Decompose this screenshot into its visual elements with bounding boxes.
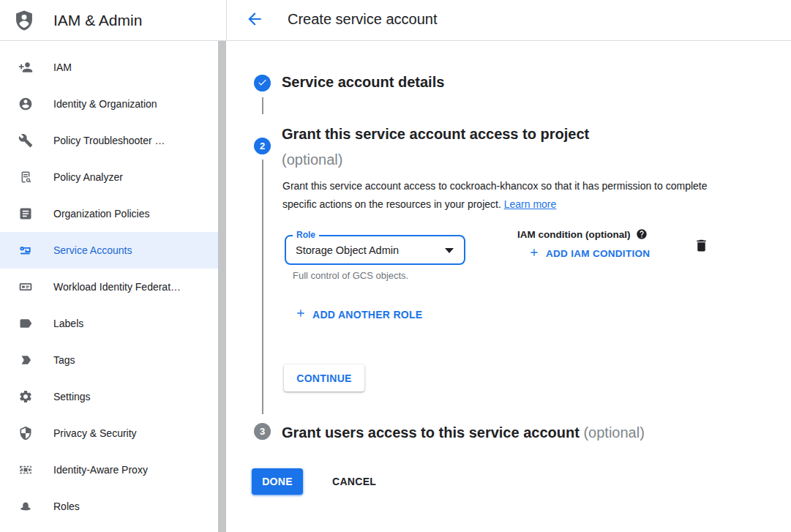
wrench-icon bbox=[18, 133, 33, 148]
step-connector bbox=[262, 97, 263, 114]
tag-arrow-icon bbox=[18, 353, 33, 367]
sidebar-item-service-accounts[interactable]: Service Accounts bbox=[0, 232, 218, 269]
step3-indicator: 3 bbox=[254, 423, 271, 440]
iam-condition-label-text: IAM condition (optional) bbox=[517, 229, 630, 240]
sidebar-item-roles[interactable]: Roles bbox=[0, 488, 218, 525]
sidebar-item-label: Policy Analyzer bbox=[53, 171, 123, 183]
add-iam-condition-button[interactable]: ADD IAM CONDITION bbox=[528, 247, 650, 261]
brand[interactable]: IAM & Admin bbox=[0, 0, 227, 40]
policy-analyzer-icon bbox=[18, 170, 33, 184]
step2-description: Grant this service account access to coc… bbox=[282, 177, 720, 214]
step3-optional-label: (optional) bbox=[583, 424, 644, 441]
sidebar-item-workload-identity-federation[interactable]: Workload Identity Federat… bbox=[0, 269, 218, 305]
trash-icon bbox=[694, 244, 709, 255]
help-icon[interactable] bbox=[636, 228, 648, 240]
step1-heading: Service account details bbox=[282, 74, 444, 91]
sidebar: IAM Identity & Organization Policy Troub… bbox=[0, 41, 218, 532]
service-account-key-icon bbox=[18, 243, 33, 258]
step2-optional-label: (optional) bbox=[282, 151, 342, 168]
iam-admin-app: IAM & Admin Create service account IAM I… bbox=[0, 0, 791, 532]
sidebar-item-label: IAM bbox=[53, 61, 72, 73]
account-circle-icon bbox=[18, 97, 33, 111]
cancel-button[interactable]: CANCEL bbox=[318, 468, 391, 495]
learn-more-link[interactable]: Learn more bbox=[504, 198, 557, 210]
sidebar-item-label: Labels bbox=[53, 318, 83, 329]
create-service-account-form: Service account details 2 Grant this ser… bbox=[227, 41, 791, 532]
continue-button[interactable]: CONTINUE bbox=[284, 364, 364, 391]
shield-half-icon bbox=[18, 426, 33, 441]
gear-icon bbox=[18, 389, 33, 404]
id-card-icon bbox=[18, 280, 33, 294]
delete-role-button[interactable] bbox=[692, 238, 710, 255]
role-select[interactable]: Role Storage Object Admin bbox=[285, 235, 465, 265]
role-field-label: Role bbox=[293, 230, 319, 240]
step2-description-text: Grant this service account access to coc… bbox=[282, 180, 708, 210]
sidebar-item-settings[interactable]: Settings bbox=[0, 378, 218, 415]
sidebar-item-organization-policies[interactable]: Organization Policies bbox=[0, 195, 218, 232]
sidebar-item-identity-organization[interactable]: Identity & Organization bbox=[0, 86, 218, 122]
sidebar-scrollbar[interactable] bbox=[218, 41, 226, 532]
iam-condition-label: IAM condition (optional) bbox=[517, 228, 648, 240]
sidebar-item-label: Workload Identity Federat… bbox=[53, 281, 181, 293]
step2-heading-text: Grant this service account access to pro… bbox=[282, 126, 589, 142]
sidebar-item-labels[interactable]: Labels bbox=[0, 305, 218, 342]
article-icon bbox=[18, 206, 33, 221]
sidebar-item-identity-aware-proxy[interactable]: Identity-Aware Proxy bbox=[0, 452, 218, 488]
step3-heading-text: Grant users access to this service accou… bbox=[282, 424, 580, 441]
app-header: IAM & Admin Create service account bbox=[0, 0, 791, 41]
sidebar-item-policy-troubleshooter[interactable]: Policy Troubleshooter … bbox=[0, 122, 218, 159]
step2-indicator: 2 bbox=[254, 138, 271, 154]
sidebar-item-label: Roles bbox=[53, 501, 80, 512]
arrow-back-icon bbox=[245, 20, 264, 31]
proxy-grid-icon bbox=[18, 462, 33, 477]
check-icon bbox=[257, 77, 268, 90]
sidebar-item-label: Organization Policies bbox=[53, 208, 150, 220]
sidebar-item-label: Tags bbox=[53, 354, 75, 366]
sidebar-item-label: Identity & Organization bbox=[53, 98, 157, 110]
role-helper-text: Full control of GCS objects. bbox=[293, 270, 408, 281]
add-another-role-button[interactable]: ADD ANOTHER ROLE bbox=[295, 307, 423, 321]
label-icon bbox=[18, 316, 33, 331]
person-add-icon bbox=[18, 60, 33, 75]
sidebar-item-policy-analyzer[interactable]: Policy Analyzer bbox=[0, 159, 218, 195]
app-title: IAM & Admin bbox=[53, 12, 142, 29]
sidebar-item-privacy-security[interactable]: Privacy & Security bbox=[0, 415, 218, 452]
add-iam-condition-label: ADD IAM CONDITION bbox=[546, 248, 650, 259]
sidebar-item-tags[interactable]: Tags bbox=[0, 342, 218, 378]
sidebar-item-iam[interactable]: IAM bbox=[0, 49, 218, 86]
page-title: Create service account bbox=[288, 11, 438, 28]
done-button[interactable]: DONE bbox=[252, 468, 303, 495]
sidebar-item-label: Identity-Aware Proxy bbox=[53, 464, 148, 476]
step-connector bbox=[262, 160, 263, 414]
step3-heading: Grant users access to this service accou… bbox=[282, 424, 645, 441]
role-selected-value: Storage Object Admin bbox=[296, 244, 399, 256]
sidebar-item-label: Settings bbox=[53, 391, 91, 402]
back-button[interactable] bbox=[244, 10, 265, 30]
sidebar-item-label: Policy Troubleshooter … bbox=[53, 135, 165, 146]
add-another-role-label: ADD ANOTHER ROLE bbox=[312, 309, 423, 321]
hat-icon bbox=[18, 499, 33, 514]
plus-icon bbox=[295, 307, 312, 321]
iam-shield-icon bbox=[12, 9, 36, 32]
sidebar-item-label: Service Accounts bbox=[53, 244, 132, 256]
sidebar-item-label: Privacy & Security bbox=[53, 427, 137, 439]
plus-icon bbox=[528, 247, 546, 261]
chevron-down-icon bbox=[445, 248, 454, 253]
step1-completed-indicator bbox=[254, 75, 271, 91]
step2-heading: Grant this service account access to pro… bbox=[282, 121, 589, 173]
